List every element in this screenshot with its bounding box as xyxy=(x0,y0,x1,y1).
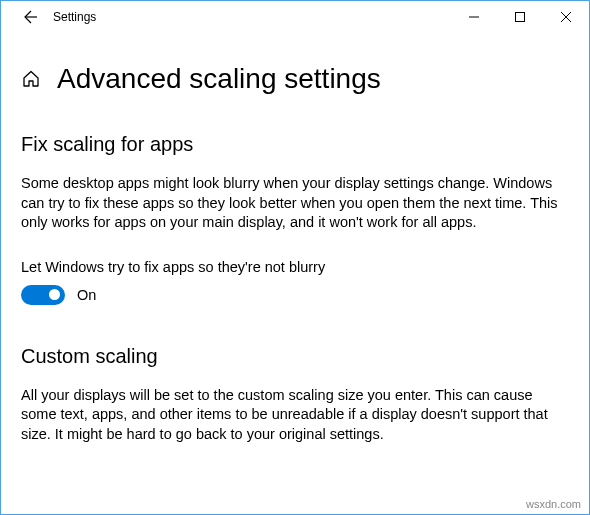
section-heading-custom-scaling: Custom scaling xyxy=(21,345,569,368)
close-button[interactable] xyxy=(543,1,589,33)
fix-blurry-toggle-label: Let Windows try to fix apps so they're n… xyxy=(21,259,569,275)
maximize-icon xyxy=(515,12,525,22)
toggle-knob xyxy=(49,289,60,300)
minimize-button[interactable] xyxy=(451,1,497,33)
fix-scaling-description: Some desktop apps might look blurry when… xyxy=(21,174,561,233)
custom-scaling-description: All your displays will be set to the cus… xyxy=(21,386,561,445)
home-icon xyxy=(21,69,41,89)
page-header: Advanced scaling settings xyxy=(21,63,569,95)
svg-rect-1 xyxy=(516,13,525,22)
home-button[interactable] xyxy=(21,69,41,89)
close-icon xyxy=(561,12,571,22)
arrow-left-icon xyxy=(21,9,37,25)
fix-blurry-toggle[interactable] xyxy=(21,285,65,305)
window-controls xyxy=(451,1,589,33)
window-title: Settings xyxy=(49,10,96,24)
fix-blurry-toggle-row: On xyxy=(21,285,569,305)
maximize-button[interactable] xyxy=(497,1,543,33)
page-title: Advanced scaling settings xyxy=(57,63,381,95)
content-area: Advanced scaling settings Fix scaling fo… xyxy=(1,33,589,464)
minimize-icon xyxy=(469,12,479,22)
titlebar: Settings xyxy=(1,1,589,33)
toggle-state-text: On xyxy=(77,287,96,303)
back-button[interactable] xyxy=(9,1,49,33)
watermark: wsxdn.com xyxy=(526,498,581,510)
section-heading-fix-scaling: Fix scaling for apps xyxy=(21,133,569,156)
